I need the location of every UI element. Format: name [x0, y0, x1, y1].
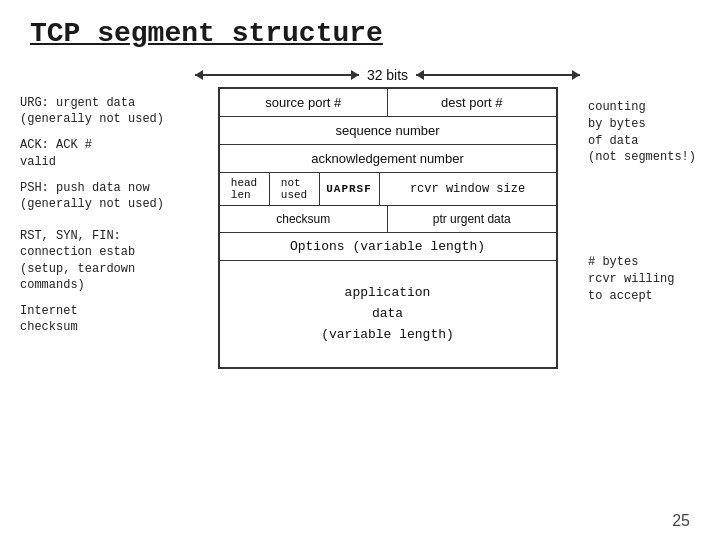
left-labels: URG: urgent data (generally not used) AC…: [20, 67, 195, 369]
bits-arrow-right: [416, 74, 580, 76]
inet-label: Internet checksum: [20, 303, 195, 335]
segment-row-5: checksum ptr urgent data: [220, 206, 556, 233]
bits-label: 32 bits: [367, 67, 408, 83]
notused-cell: not used: [270, 173, 320, 205]
segment-row-2: sequence number: [220, 117, 556, 145]
rst-label: RST, SYN, FIN: connection estab (setup, …: [20, 228, 195, 293]
checksum-cell: checksum: [220, 206, 389, 232]
seq-number-cell: sequence number: [220, 117, 556, 144]
segment-row-3: acknowledgement number: [220, 145, 556, 173]
source-port-cell: source port #: [220, 89, 389, 116]
right-labels: counting by bytes of data (not segments!…: [580, 67, 710, 369]
headlen-cell: head len: [220, 173, 270, 205]
bits-arrow-left: [195, 74, 359, 76]
bytes-label: # bytes rcvr willing to accept: [588, 254, 710, 304]
urg-label: URG: urgent data (generally not used): [20, 95, 195, 127]
segment-row-1: source port # dest port #: [220, 89, 556, 117]
rcvwindow-cell: rcvr window size: [380, 173, 556, 205]
segment-row-4: head len not used UAPRSF rcvr window siz…: [220, 173, 556, 206]
psh-label: PSH: push data now (generally not used): [20, 180, 195, 212]
counting-label: counting by bytes of data (not segments!…: [588, 99, 710, 166]
segment-row-7: application data (variable length): [220, 261, 556, 367]
dest-port-cell: dest port #: [388, 89, 556, 116]
segment-box: source port # dest port # sequence numbe…: [218, 87, 558, 369]
segment-row-6: Options (variable length): [220, 233, 556, 261]
bits-label-row: 32 bits: [195, 67, 580, 83]
page-title: TCP segment structure: [0, 0, 720, 57]
ptr-urgent-cell: ptr urgent data: [388, 206, 556, 232]
ack-number-cell: acknowledgement number: [220, 145, 556, 172]
segment-diagram: 32 bits source port # dest port # sequen…: [195, 67, 580, 369]
flags-cell: UAPRSF: [320, 173, 380, 205]
page-number: 25: [672, 512, 690, 530]
ack-label: ACK: ACK # valid: [20, 137, 195, 169]
